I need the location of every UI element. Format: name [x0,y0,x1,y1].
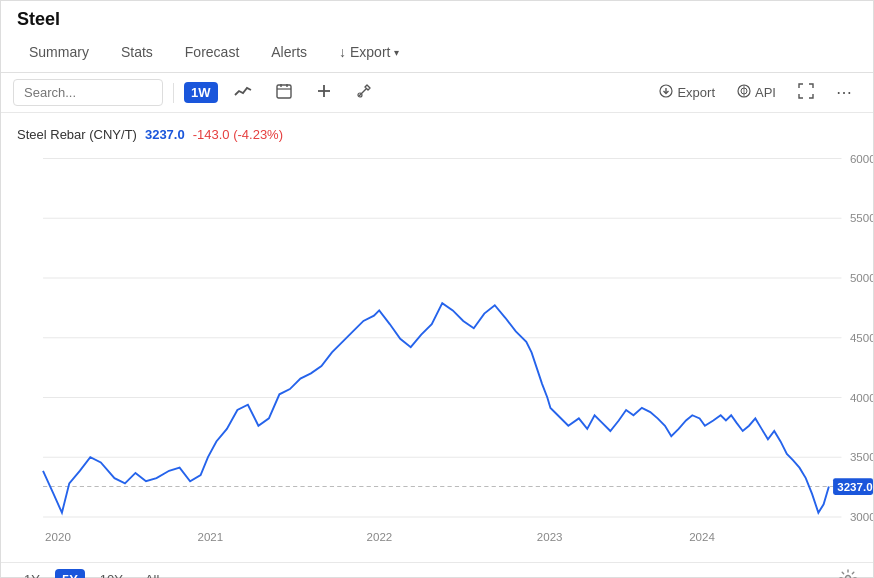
x-label-2024: 2024 [689,531,715,543]
tabs-bar: Summary Stats Forecast Alerts ↓ Export ▾ [1,34,873,73]
chart-area: Steel Rebar (CNY/T) 3237.0 -143.0 (-4.23… [1,113,873,562]
x-label-2023: 2023 [537,531,563,543]
y-label-3500: 3500 [850,451,873,463]
period-all-button[interactable]: All [138,569,166,578]
bottom-bar: 1Y 5Y 10Y All [1,562,873,578]
line-chart-button[interactable] [226,80,260,105]
price-line [43,303,829,513]
line-chart-icon [234,84,252,101]
chevron-down-icon: ▾ [394,47,399,58]
period-1y-button[interactable]: 1Y [17,569,47,578]
toolbar-right: Export API [651,79,861,106]
y-label-3000: 3000 [850,511,873,523]
price-change: -143.0 (-4.23%) [193,127,283,142]
tab-summary[interactable]: Summary [13,34,105,72]
period-10y-button[interactable]: 10Y [93,569,130,578]
app-title: Steel [1,1,873,34]
period-1w-button[interactable]: 1W [184,82,218,103]
x-label-2022: 2022 [367,531,393,543]
chart-wrapper: 6000 5500 5000 4500 4000 3500 3000 2020 … [1,148,873,557]
tab-stats[interactable]: Stats [105,34,169,72]
export-button[interactable]: Export [651,80,723,105]
calendar-button[interactable] [268,79,300,106]
export-icon [659,84,673,101]
y-label-5000: 5000 [850,272,873,284]
api-icon [737,84,751,101]
toolbar: 1W [1,73,873,113]
y-label-6000: 6000 [850,153,873,165]
plus-icon [316,83,332,102]
gear-icon[interactable] [839,569,857,578]
chart-svg: 6000 5500 5000 4500 4000 3500 3000 2020 … [1,148,873,557]
period-5y-button[interactable]: 5Y [55,569,85,578]
tool-icon [356,83,372,102]
export-label: Export [677,85,715,100]
tab-export[interactable]: ↓ Export ▾ [323,34,415,72]
calendar-icon [276,83,292,102]
x-label-2021: 2021 [197,531,223,543]
x-label-2020: 2020 [45,531,71,543]
chart-label: Steel Rebar (CNY/T) 3237.0 -143.0 (-4.23… [1,123,873,148]
tab-forecast[interactable]: Forecast [169,34,255,72]
svg-rect-0 [277,85,291,98]
more-icon: ⋯ [836,83,853,102]
api-label: API [755,85,776,100]
fullscreen-icon [798,83,814,102]
more-options-button[interactable]: ⋯ [828,79,861,106]
instrument-name: Steel Rebar (CNY/T) [17,127,137,142]
y-label-4500: 4500 [850,332,873,344]
price-tag-text: 3237.0 [837,481,872,493]
y-label-4000: 4000 [850,392,873,404]
search-input[interactable] [13,79,163,106]
api-button[interactable]: API [729,80,784,105]
fullscreen-button[interactable] [790,79,822,106]
tool-button[interactable] [348,79,380,106]
current-price: 3237.0 [145,127,185,142]
toolbar-divider [173,83,174,103]
y-label-5500: 5500 [850,212,873,224]
app-container: Steel Summary Stats Forecast Alerts ↓ Ex… [0,0,874,578]
add-indicator-button[interactable] [308,79,340,106]
tab-alerts[interactable]: Alerts [255,34,323,72]
